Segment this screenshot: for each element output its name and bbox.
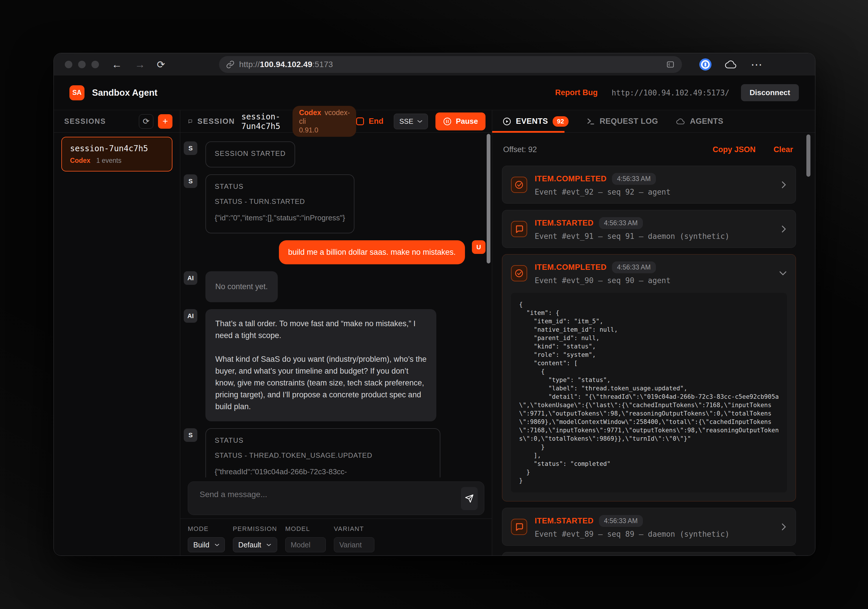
pause-button[interactable]: Pause	[436, 113, 485, 130]
variant-label: VARIANT	[334, 525, 374, 533]
url-bar[interactable]: http://100.94.102.49:5173	[219, 56, 682, 73]
event-card-header[interactable]: ITEM.COMPLETED 4:56:33 AM Event #evt_90 …	[502, 255, 796, 292]
event-card-header[interactable]: ITEM.STARTED 4:56:33 AM Event #evt_89 – …	[502, 508, 796, 546]
event-subtitle: Event #evt_89 – seq 89 – daemon (synthet…	[535, 530, 729, 538]
main-content: SESSIONS ⟳ + session-7un4c7h5 Codex 1 ev…	[54, 110, 815, 555]
session-meta: Codex 1 events	[70, 157, 164, 165]
report-bug-link[interactable]: Report Bug	[555, 88, 598, 97]
mode-control: MODE Build	[188, 525, 225, 555]
event-time: 4:56:33 AM	[612, 173, 656, 185]
window-controls[interactable]	[65, 61, 99, 68]
event-subtitle: Event #evt_90 – seq 90 – agent	[535, 276, 671, 285]
chevron-right-icon[interactable]	[781, 225, 787, 233]
minimize-window-icon[interactable]	[78, 61, 86, 68]
event-card-expanded[interactable]: ITEM.COMPLETED 4:56:33 AM Event #evt_90 …	[502, 254, 796, 501]
event-subtitle: Event #evt_92 – seq 92 – agent	[535, 188, 671, 196]
composer: Send a message...	[180, 478, 492, 518]
message-bubble: That’s a tall order. To move fast and “m…	[205, 309, 436, 421]
status-json: {"threadId":"019c04ad-266b-72c3-83cc- c5…	[215, 466, 431, 478]
event-json-detail: { "item": { "item_id": "itm_5", "native_…	[511, 293, 787, 493]
offset-label: Offset: 92	[503, 145, 537, 154]
cloud-icon[interactable]	[725, 60, 738, 70]
browser-window: ← → ⟳ http://100.94.102.49:5173 ⋯	[54, 53, 815, 556]
copy-json-button[interactable]: Copy JSON	[713, 145, 756, 154]
mode-select[interactable]: Build	[188, 537, 225, 552]
status-title: STATUS	[215, 436, 431, 444]
pause-icon	[443, 117, 452, 126]
sidebar-toggle-icon[interactable]	[666, 60, 675, 69]
pause-label: Pause	[456, 117, 478, 126]
session-controls-bar: MODE Build PERMISSION Default	[180, 518, 492, 555]
clear-events-button[interactable]: Clear	[773, 145, 793, 154]
status-subtitle: STATUS - TURN.STARTED	[215, 198, 345, 206]
chat-bubble-icon	[511, 221, 527, 237]
message-session-started: S SESSION STARTED	[184, 141, 492, 167]
browser-menu-icon[interactable]: ⋯	[751, 58, 763, 71]
session-agent: Codex	[70, 157, 90, 164]
chevron-right-icon[interactable]	[781, 523, 787, 531]
chevron-right-icon[interactable]	[781, 181, 787, 189]
tab-agents-label: AGENTS	[690, 117, 724, 126]
event-card[interactable]: ITEM.STARTED 4:56:33 AM Event #evt_89 – …	[502, 508, 796, 546]
permission-select[interactable]: Default	[233, 537, 277, 552]
new-session-button[interactable]: +	[158, 114, 172, 129]
model-input[interactable]: Model	[285, 537, 326, 552]
chevron-down-icon	[215, 543, 219, 547]
event-time: 4:56:33 AM	[612, 261, 656, 273]
back-button[interactable]: ←	[112, 59, 122, 70]
session-event-count: 1 events	[96, 157, 121, 164]
tab-request-log[interactable]: REQUEST LOG	[586, 117, 658, 126]
event-card-header[interactable]: ITEM.COMPLETED 4:56:33 AM Event #evt_92 …	[502, 166, 796, 203]
message-ai-empty: AI No content yet.	[184, 271, 492, 302]
end-session-control[interactable]: End	[356, 117, 383, 126]
zoom-window-icon[interactable]	[91, 61, 99, 68]
browser-chrome: ← → ⟳ http://100.94.102.49:5173 ⋯	[54, 53, 815, 76]
app-header: SA Sandbox Agent Report Bug http://100.9…	[54, 76, 815, 110]
tab-events[interactable]: EVENTS 92	[502, 116, 569, 127]
close-window-icon[interactable]	[65, 61, 72, 68]
session-list-item[interactable]: session-7un4c7h5 Codex 1 events	[61, 137, 172, 172]
events-scrollbar-thumb[interactable]	[806, 134, 811, 177]
session-title: session-7un4c7h5	[241, 112, 287, 131]
transport-select[interactable]: SSE	[394, 114, 428, 129]
chevron-down-icon	[417, 120, 422, 123]
check-circle-icon	[511, 177, 527, 193]
event-title: ITEM.COMPLETED	[535, 263, 607, 272]
event-card-header[interactable]: ITEM.STARTED 4:56:33 AM Event #evt_91 – …	[502, 210, 796, 247]
chat-scrollbar-thumb[interactable]	[487, 134, 490, 263]
variant-input[interactable]: Variant	[334, 537, 374, 552]
permission-control: PERMISSION Default	[233, 525, 277, 555]
event-card[interactable]: ITEM.COMPLETED 4:56:33 AM Event #evt_88 …	[502, 552, 796, 555]
send-button[interactable]	[461, 487, 478, 510]
status-json: {"id":"0","items":[],"status":"inProgres…	[215, 212, 345, 224]
message-list[interactable]: S SESSION STARTED S STATUS STATUS - TURN…	[180, 133, 492, 478]
chevron-down-icon	[267, 543, 271, 547]
message-user: build me a billion dollar saas. make no …	[184, 240, 492, 264]
user-avatar: U	[472, 240, 485, 254]
message-input[interactable]: Send a message...	[188, 481, 484, 515]
refresh-sessions-button[interactable]: ⟳	[139, 114, 153, 129]
variant-placeholder: Variant	[339, 541, 362, 549]
end-checkbox[interactable]	[356, 117, 364, 125]
system-avatar: S	[184, 428, 197, 442]
model-label: MODEL	[285, 525, 326, 533]
chevron-down-icon[interactable]	[779, 270, 787, 277]
onepassword-extension-icon[interactable]	[699, 59, 711, 71]
event-card[interactable]: ITEM.COMPLETED 4:56:33 AM Event #evt_92 …	[502, 166, 796, 204]
tab-agents[interactable]: AGENTS	[676, 117, 724, 126]
message-status-token-usage: S STATUS STATUS - THREAD.TOKEN_USAGE.UPD…	[184, 428, 492, 478]
disconnect-button[interactable]: Disconnect	[741, 84, 799, 101]
url-text: http://100.94.102.49:5173	[239, 60, 333, 69]
reload-button[interactable]: ⟳	[157, 60, 165, 70]
status-subtitle: STATUS - THREAD.TOKEN_USAGE.UPDATED	[215, 451, 431, 459]
check-circle-icon	[511, 265, 527, 281]
message-bubble: STATUS STATUS - THREAD.TOKEN_USAGE.UPDAT…	[205, 428, 440, 478]
event-card-header[interactable]: ITEM.COMPLETED 4:56:33 AM Event #evt_88 …	[502, 552, 796, 555]
forward-button[interactable]: →	[135, 59, 145, 70]
event-time: 4:56:33 AM	[599, 515, 643, 527]
event-card[interactable]: ITEM.STARTED 4:56:33 AM Event #evt_91 – …	[502, 210, 796, 248]
session-name: session-7un4c7h5	[70, 144, 164, 153]
events-list[interactable]: Offset: 92 Copy JSON Clear ITEM.	[492, 133, 815, 555]
message-ai-reply: AI That’s a tall order. To move fast and…	[184, 309, 492, 421]
sessions-title: SESSIONS	[64, 117, 106, 125]
